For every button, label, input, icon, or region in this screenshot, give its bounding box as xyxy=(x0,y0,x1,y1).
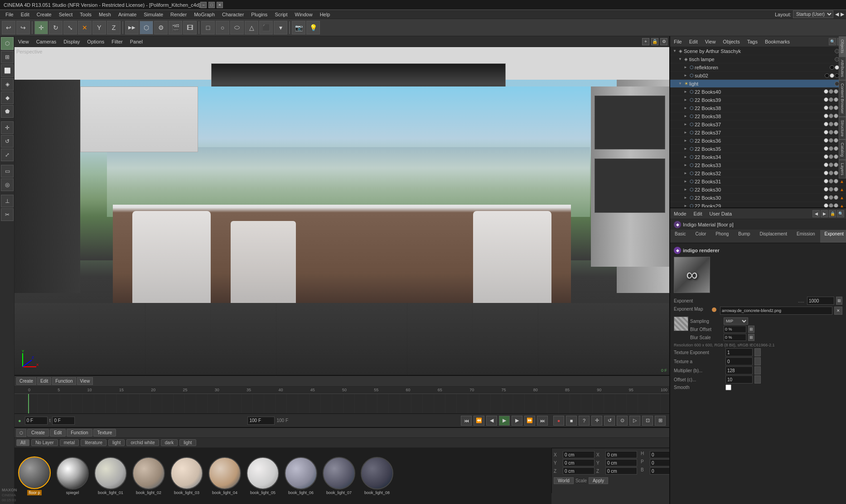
tree-item-22-books40-0[interactable]: ► ⬡ 22 Books40 ▲ xyxy=(670,88,846,96)
menu-character[interactable]: Character xyxy=(218,11,247,18)
vp-menu-view[interactable]: View xyxy=(16,38,31,45)
sphere-tool[interactable]: ○ xyxy=(216,21,229,34)
tex-exp-stepper[interactable] xyxy=(754,348,761,356)
menu-select[interactable]: Select xyxy=(55,11,77,18)
material-ball-book8[interactable] xyxy=(361,457,393,490)
y-rotation-field[interactable] xyxy=(605,459,637,466)
vp-menu-cameras[interactable]: Cameras xyxy=(34,38,58,45)
mat-create-btn[interactable]: Create xyxy=(27,429,49,437)
multiplier-field[interactable] xyxy=(725,366,753,374)
attr-tab-emission[interactable]: Emission xyxy=(792,230,820,243)
mat-filter-dark[interactable]: dark xyxy=(161,439,178,446)
world-button[interactable]: World xyxy=(554,477,574,484)
tree-item-22-books30-13[interactable]: ► ⬡ 22 Books30 ▲ xyxy=(670,194,846,202)
menu-mograph[interactable]: MoGraph xyxy=(190,11,218,18)
material-ball-book6[interactable] xyxy=(285,457,317,490)
attr-tab-color[interactable]: Color xyxy=(691,230,711,243)
timeline-track[interactable] xyxy=(15,394,669,413)
tree-item-22-books30-12[interactable]: ► ⬡ 22 Books30 ▲ xyxy=(670,186,846,194)
tree-arrow-book-8[interactable]: ► xyxy=(683,154,688,160)
selection-rect[interactable]: ▭ xyxy=(1,165,14,178)
tl-edit-btn[interactable]: Edit xyxy=(37,377,51,385)
tl-create-btn[interactable]: Create xyxy=(16,377,36,385)
material-ball-book3[interactable] xyxy=(170,457,203,490)
materials-panel-icon[interactable]: ⬡ xyxy=(16,429,26,437)
blur-scale-stepper[interactable]: ⊞ xyxy=(748,334,754,341)
tree-item-light[interactable]: ▼ ☀ light xyxy=(670,80,846,88)
tree-arrow-sub02[interactable]: ► xyxy=(683,73,688,78)
live-selection[interactable]: ◎ xyxy=(1,178,14,191)
tree-arrow-book-3[interactable]: ► xyxy=(683,114,688,119)
render-active-btn[interactable]: ⬡ xyxy=(140,21,153,34)
side-tab-objects[interactable]: Objects xyxy=(839,36,846,57)
material-book-light-07[interactable]: book_light_07 xyxy=(321,457,357,495)
material-ball-book2[interactable] xyxy=(132,457,165,490)
attr-menu-edit[interactable]: Edit xyxy=(692,210,704,217)
apply-button[interactable]: Apply xyxy=(589,477,608,484)
vp-menu-filter[interactable]: Filter xyxy=(110,38,124,45)
knife-tool[interactable]: ✂ xyxy=(1,208,14,221)
tl-function-btn[interactable]: Function xyxy=(52,377,76,385)
tree-item-22-books34-8[interactable]: ► ⬡ 22 Books34 ▲ xyxy=(670,153,846,161)
obj-menu-objects[interactable]: Objects xyxy=(721,38,741,45)
render-settings-btn[interactable]: ⚙ xyxy=(154,21,168,34)
material-book-light-04[interactable]: book_light_04 xyxy=(207,457,243,495)
camera-btn[interactable]: 📷 xyxy=(292,21,305,34)
tree-arrow-book-9[interactable]: ► xyxy=(683,163,688,168)
light-btn[interactable]: 💡 xyxy=(306,21,320,34)
tree-item-22-books39-1[interactable]: ► ⬡ 22 Books39 ▲ xyxy=(670,96,846,104)
menu-animate[interactable]: Animate xyxy=(115,11,140,18)
viewport-canvas[interactable]: X Y Z Perspective 0 F xyxy=(15,47,669,375)
menu-simulate[interactable]: Simulate xyxy=(140,11,167,18)
z-position-field[interactable] xyxy=(563,467,595,475)
redo-button[interactable]: ↪ xyxy=(16,21,30,34)
undo-button[interactable]: ↩ xyxy=(2,21,15,34)
menu-script[interactable]: Script xyxy=(271,11,291,18)
tree-item-reflektoren[interactable]: ► ⬡ reflektoren xyxy=(670,63,846,72)
minimize-button[interactable]: − xyxy=(200,2,207,8)
offset-field[interactable] xyxy=(725,375,753,384)
play-button[interactable]: ▶ xyxy=(499,416,510,426)
edge-cut-mode[interactable]: ⬟ xyxy=(1,105,14,118)
tree-item-22-books32-10[interactable]: ► ⬡ 22 Books32 ▲ xyxy=(670,169,846,178)
mat-function-btn[interactable]: Function xyxy=(67,429,92,437)
scale-tool[interactable]: ⤡ xyxy=(63,21,77,34)
prev-frame-button[interactable]: ◀ xyxy=(486,416,497,426)
material-book-light-06[interactable]: book_light_06 xyxy=(283,457,319,495)
tree-arrow-scene[interactable]: ▼ xyxy=(672,48,677,54)
material-spiegel[interactable]: spiegel xyxy=(54,457,91,495)
loop-button[interactable]: ↺ xyxy=(604,416,615,426)
material-book-light-03[interactable]: book_light_03 xyxy=(169,457,205,495)
attr-tab-exponent[interactable]: Exponent xyxy=(820,230,846,243)
magnet-tool[interactable]: ⊥ xyxy=(1,195,14,207)
material-ball-spiegel[interactable] xyxy=(56,457,89,490)
close-button[interactable]: ✕ xyxy=(217,2,223,8)
menu-help[interactable]: Help xyxy=(316,11,334,18)
mat-filter-nolayer[interactable]: No Layer xyxy=(31,439,58,446)
material-floor-p[interactable]: floor p xyxy=(16,456,53,495)
mat-filter-light2[interactable]: light xyxy=(179,439,196,446)
tree-arrow-book-11[interactable]: ► xyxy=(683,179,688,184)
maximize-button[interactable]: □ xyxy=(208,2,215,8)
keyframe-field[interactable] xyxy=(52,417,75,425)
selection-tool-z[interactable]: Z xyxy=(107,21,121,34)
cylinder-tool[interactable]: ⬭ xyxy=(230,21,244,34)
texture-mode[interactable]: ⊞ xyxy=(1,51,14,63)
side-tab-content[interactable]: Content Browser xyxy=(839,80,846,117)
tree-item-tisch-lampe[interactable]: ▼ ◈ tisch lampe xyxy=(670,55,846,63)
tree-arrow-book-1[interactable]: ► xyxy=(683,97,688,103)
sampling-dropdown[interactable]: MIP Nearest Bilinear xyxy=(724,317,748,325)
attr-tab-basic[interactable]: Basic xyxy=(670,230,691,243)
obj-menu-edit[interactable]: Edit xyxy=(687,38,700,45)
obj-search-button[interactable]: 🔍 xyxy=(829,38,836,45)
tree-arrow-tisch[interactable]: ▼ xyxy=(677,57,683,62)
rotate-tool-left[interactable]: ↺ xyxy=(1,135,14,148)
edge-mode[interactable]: ⬜ xyxy=(1,64,14,77)
tree-arrow-book-12[interactable]: ► xyxy=(683,187,688,192)
menu-edit[interactable]: Edit xyxy=(17,11,33,18)
plane-tool[interactable]: ⬛ xyxy=(259,21,273,34)
tree-item-sub02[interactable]: ► ⬡ sub02 xyxy=(670,72,846,80)
vp-settings-button[interactable]: ⚙ xyxy=(660,38,667,45)
timeline-extra-2[interactable]: ▷ xyxy=(629,416,640,426)
exponent-value-field[interactable] xyxy=(807,297,834,305)
